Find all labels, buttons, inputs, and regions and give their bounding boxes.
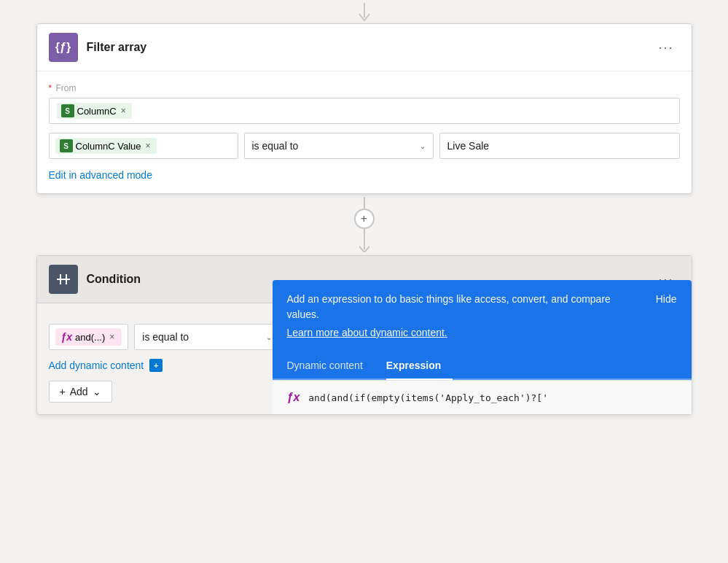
and-tag-close[interactable]: ×	[108, 332, 116, 342]
add-label: Add	[70, 386, 88, 397]
condition-chevron-icon: ⌄	[266, 333, 272, 341]
from-label: * From	[49, 83, 680, 93]
filter-icon: {ƒ}	[55, 41, 71, 54]
more-icon: ···	[658, 40, 673, 55]
operator-label: is equal to	[252, 140, 299, 152]
condition-card: Condition ··· ƒx and(...) × is equal to	[36, 255, 692, 415]
from-tag-close[interactable]: ×	[120, 106, 128, 116]
edit-advanced-link[interactable]: Edit in advanced mode	[49, 169, 152, 181]
add-icon: +	[60, 386, 66, 397]
popup-tabs: Dynamic content Expression	[273, 352, 692, 380]
connector-line-bottom	[364, 229, 365, 241]
condition-operator-label: is equal to	[142, 331, 189, 343]
condition-operator-dropdown[interactable]: is equal to ⌄	[134, 324, 280, 350]
condition-icon-svg	[55, 271, 71, 287]
filter-array-title: Filter array	[87, 41, 653, 54]
fx-symbol: ƒx	[287, 391, 300, 404]
plus-icon: +	[361, 212, 367, 225]
from-tag-input[interactable]: S ColumnC ×	[49, 98, 680, 124]
filter-condition-row: S ColumnC Value × is equal to ⌄ Live Sal…	[49, 133, 680, 159]
arrow-between-icon	[356, 241, 373, 252]
expression-popup: Add an expression to do basic things lik…	[273, 280, 692, 414]
add-dynamic-badge: +	[149, 359, 163, 372]
connector-between-cards: +	[354, 197, 375, 252]
fx-icon-1: ƒx	[61, 331, 73, 343]
filter-array-header: {ƒ} Filter array ···	[37, 24, 692, 71]
filter-array-more-button[interactable]: ···	[652, 37, 679, 58]
add-dynamic-link[interactable]: Add dynamic content	[49, 360, 144, 371]
sharepoint-icon-condition: S	[60, 139, 73, 152]
expression-area: ƒx	[273, 380, 692, 414]
filter-array-body: * From S ColumnC × S ColumnC Value ×	[37, 71, 692, 193]
add-step-button[interactable]: +	[354, 209, 375, 229]
sharepoint-icon-from: S	[61, 104, 74, 117]
hide-button[interactable]: Hide	[656, 292, 677, 305]
add-button[interactable]: + Add ⌄	[49, 381, 112, 403]
expression-input[interactable]	[308, 392, 676, 403]
from-tag: S ColumnC ×	[57, 103, 132, 119]
learn-more-link[interactable]: Learn more about dynamic content.	[287, 325, 641, 341]
svg-rect-5	[60, 279, 67, 280]
and-tag-input[interactable]: ƒx and(...) ×	[49, 324, 129, 350]
tab-dynamic-content[interactable]: Dynamic content	[287, 352, 375, 378]
condition-value-tag: S ColumnC Value ×	[55, 138, 157, 154]
condition-value-label: ColumnC Value	[76, 141, 141, 152]
chevron-down-icon: ⌄	[420, 142, 426, 150]
required-asterisk: *	[49, 83, 52, 93]
condition-left-input[interactable]: S ColumnC Value ×	[49, 133, 238, 159]
popup-description-text: Add an expression to do basic things lik…	[287, 293, 611, 320]
operator-dropdown[interactable]: is equal to ⌄	[244, 133, 434, 159]
popup-description: Add an expression to do basic things lik…	[287, 292, 656, 341]
value-text: Live Sale	[447, 140, 490, 152]
add-chevron-icon: ⌄	[93, 386, 101, 397]
connector-line-top	[364, 197, 365, 209]
popup-header: Add an expression to do basic things lik…	[273, 280, 692, 352]
and-fx-tag: ƒx and(...) ×	[55, 328, 122, 346]
condition-value-close[interactable]: ×	[144, 141, 152, 151]
condition-icon	[49, 265, 78, 294]
filter-array-icon: {ƒ}	[49, 33, 78, 62]
from-tag-label: ColumnC	[77, 106, 117, 117]
filter-array-card: {ƒ} Filter array ··· * From S ColumnC ×	[36, 23, 692, 194]
value-input[interactable]: Live Sale	[439, 133, 680, 159]
and-tag-label: and(...)	[75, 332, 105, 343]
tab-expression[interactable]: Expression	[386, 352, 453, 378]
top-arrow	[356, 3, 373, 23]
